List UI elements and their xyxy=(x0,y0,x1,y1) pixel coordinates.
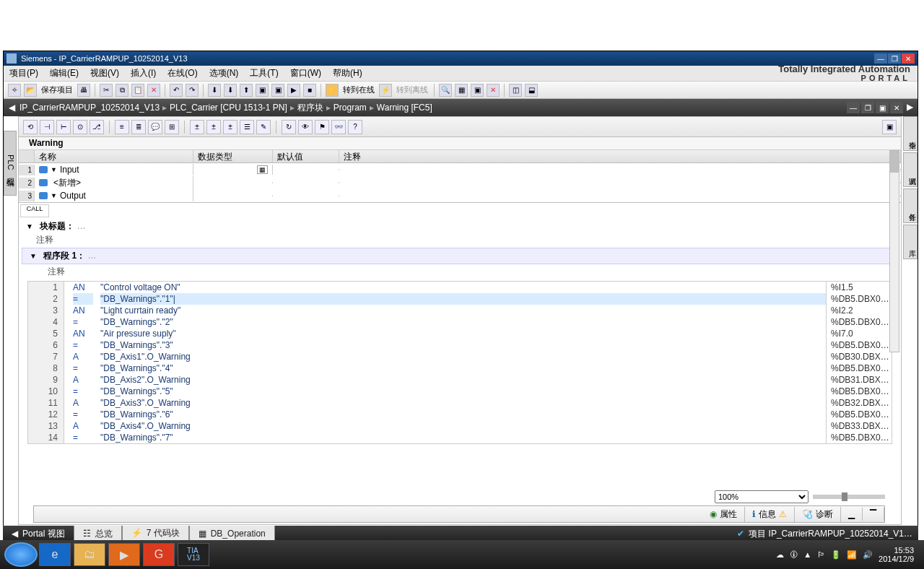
tab-info[interactable]: ℹ信息⚠ xyxy=(745,507,795,522)
menu-edit[interactable]: 编辑(E) xyxy=(44,66,84,81)
crumb-program[interactable]: Program xyxy=(331,103,370,113)
redo-icon[interactable]: ↷ xyxy=(186,84,199,97)
tray-clock[interactable]: 15:53 2014/12/9 xyxy=(879,546,914,563)
tray-icon[interactable]: 🏳 xyxy=(817,550,825,559)
code-operand-column[interactable]: "Control voltage ON""DB_Warnings"."1"|"L… xyxy=(93,282,827,443)
interface-row[interactable]: 3 ▼Output xyxy=(19,189,901,202)
collapse-icon[interactable]: ▼ xyxy=(30,252,37,260)
editor-minimize-icon[interactable]: — xyxy=(847,102,860,113)
right-tab-test[interactable]: 测试 xyxy=(903,152,918,187)
interface-row[interactable]: 1 ▼Input ▦ xyxy=(19,163,901,176)
col-name[interactable]: 名称 xyxy=(35,150,193,162)
stl-code-editor[interactable]: 1234567891011121314 AN=AN=AN=A=A=A=A= "C… xyxy=(27,281,892,444)
interface-row[interactable]: 2 <新增> xyxy=(19,176,901,189)
search-icon[interactable]: 🔍 xyxy=(439,84,452,97)
maximize-button[interactable]: ❐ xyxy=(888,53,901,64)
compile-icon[interactable]: ⬇ xyxy=(208,84,221,97)
crumb-plc[interactable]: PLC_Carrier [CPU 1513-1 PN] xyxy=(167,103,290,113)
et-expand-icon[interactable]: ▣ xyxy=(882,120,897,134)
xref-icon[interactable]: ▦ xyxy=(455,84,468,97)
et-input-icon[interactable]: ⊣ xyxy=(40,120,54,134)
stop-cpu-icon[interactable]: ■ xyxy=(303,84,316,97)
collapse-icon[interactable]: ▼ xyxy=(26,222,33,230)
menu-help[interactable]: 帮助(H) xyxy=(327,66,368,81)
tray-icon[interactable]: 🔊 xyxy=(863,550,873,560)
zoom-slider[interactable] xyxy=(813,495,885,499)
go-online-icon[interactable]: ⚡ xyxy=(326,84,339,97)
block-title-section[interactable]: ▼ 块标题： … xyxy=(19,219,901,234)
crumb-project[interactable]: IP_CarrierRAMPUP_10252014_V13 xyxy=(17,103,162,113)
inspector-min-icon[interactable]: ▁ xyxy=(841,508,863,521)
breadcrumb-left-icon[interactable]: ◀ xyxy=(6,103,17,113)
tab-diagnostics[interactable]: 🩺诊断 xyxy=(795,507,841,522)
menu-window[interactable]: 窗口(W) xyxy=(284,66,327,81)
block-comment[interactable]: 注释 xyxy=(19,234,901,246)
taskbar-explorer-icon[interactable]: 🗂 xyxy=(74,543,105,566)
et-coil-icon[interactable]: ⊙ xyxy=(73,120,87,134)
taskbar-ie-icon[interactable]: e xyxy=(39,543,71,566)
et-force-icon[interactable]: ⚑ xyxy=(315,120,329,134)
et-branch-icon[interactable]: ⎇ xyxy=(90,120,104,134)
editor-close-icon[interactable]: ✕ xyxy=(890,102,903,113)
start-button[interactable] xyxy=(4,542,38,567)
menu-options[interactable]: 选项(N) xyxy=(204,66,245,81)
menu-insert[interactable]: 插入(I) xyxy=(125,66,162,81)
go-offline-icon[interactable]: ⚡ xyxy=(379,84,392,97)
menu-online[interactable]: 在线(O) xyxy=(162,66,203,81)
undo-icon[interactable]: ↶ xyxy=(170,84,183,97)
save-project-button[interactable]: 保存项目 xyxy=(38,84,76,95)
et-view-icon[interactable]: ≣ xyxy=(131,120,146,134)
et-output-icon[interactable]: ⊢ xyxy=(56,120,71,134)
menu-tools[interactable]: 工具(T) xyxy=(244,66,284,81)
go-offline-button[interactable]: 转到离线 xyxy=(393,84,431,95)
tray-icon[interactable]: 🔋 xyxy=(831,550,841,560)
minimize-button[interactable]: — xyxy=(874,53,887,64)
et-glasses-icon[interactable]: 👓 xyxy=(331,120,346,134)
download-icon[interactable]: ⬇ xyxy=(224,84,237,97)
et-network-icon[interactable]: ⊞ xyxy=(165,120,179,134)
et-insertb-icon[interactable]: ± xyxy=(206,120,221,134)
start-cpu-icon[interactable]: ▶ xyxy=(287,84,300,97)
menu-project[interactable]: 项目(P) xyxy=(4,66,44,81)
tab-properties[interactable]: ◉属性 xyxy=(702,507,745,522)
inspector-max-icon[interactable]: ▔ xyxy=(863,508,884,521)
tab-db-operation[interactable]: ▦ DB_Operation xyxy=(189,526,275,542)
et-inserta-icon[interactable]: ± xyxy=(190,120,204,134)
delete-icon[interactable]: ✕ xyxy=(147,84,160,97)
col-type[interactable]: 数据类型 xyxy=(193,150,273,162)
taskbar-tia-icon[interactable]: TIAV13 xyxy=(178,543,209,566)
network-comment[interactable]: 注释 xyxy=(19,266,901,278)
close-button[interactable]: ✕ xyxy=(902,53,915,64)
diag-icon[interactable]: ▣ xyxy=(471,84,484,97)
right-tab-libraries[interactable]: 库 xyxy=(903,225,918,259)
clear-icon[interactable]: ✕ xyxy=(487,84,500,97)
et-format-icon[interactable]: ☰ xyxy=(240,120,254,134)
editor-scrollbar[interactable] xyxy=(889,150,899,352)
tray-icon[interactable]: ▲ xyxy=(803,550,811,559)
et-monitor-icon[interactable]: 👁 xyxy=(298,120,313,134)
crumb-block[interactable]: Warning [FC5] xyxy=(374,103,435,113)
call-block[interactable]: CALL xyxy=(20,204,49,217)
taskbar-media-icon[interactable]: ▶ xyxy=(108,543,140,566)
tray-icon[interactable]: 🛈 xyxy=(790,550,798,559)
left-collapsed-panel[interactable]: PLC 编程 xyxy=(4,131,17,196)
et-list-icon[interactable]: ≡ xyxy=(115,120,129,134)
tab-code-block[interactable]: ⚡ 7 代码块 xyxy=(122,526,189,542)
menu-view[interactable]: 视图(V) xyxy=(84,66,125,81)
tab-overview[interactable]: ☷ 总览 xyxy=(74,526,122,542)
et-help-icon[interactable]: ? xyxy=(348,120,362,134)
zoom-select[interactable]: 100% xyxy=(715,490,808,503)
tab-portal-view[interactable]: ◀ Portal 视图 xyxy=(3,526,74,542)
go-online-button[interactable]: 转到在线 xyxy=(340,84,378,95)
et-reset-icon[interactable]: ⟲ xyxy=(23,120,38,134)
editor-restore-icon[interactable]: ❐ xyxy=(861,102,874,113)
tray-icon[interactable]: 📶 xyxy=(847,550,857,560)
upload-icon[interactable]: ⬆ xyxy=(240,84,253,97)
new-project-icon[interactable]: ✧ xyxy=(8,84,21,97)
network-title-section[interactable]: ▼ 程序段 1： … xyxy=(22,248,898,264)
paste-icon[interactable]: 📋 xyxy=(131,84,144,97)
tray-icon[interactable]: ☁ xyxy=(776,550,784,560)
et-rename-icon[interactable]: ✎ xyxy=(256,120,271,134)
breadcrumb-right-icon[interactable]: ▶ xyxy=(905,102,915,113)
code-op-column[interactable]: AN=AN=AN=A=A=A=A= xyxy=(64,282,93,443)
